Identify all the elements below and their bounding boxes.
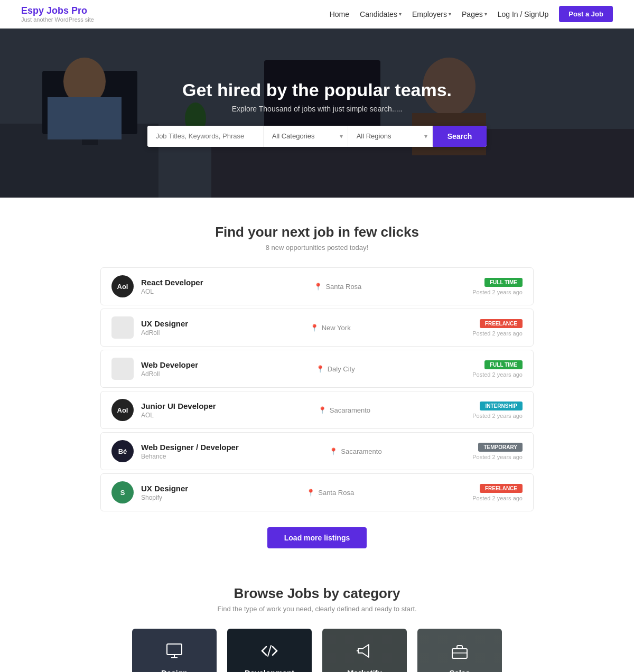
- category-name: Design: [161, 668, 188, 672]
- nav-employers[interactable]: Employers ▾: [412, 10, 451, 18]
- location-text: New York: [322, 324, 351, 332]
- job-posted: Posted 2 years ago: [472, 289, 523, 295]
- avatar: Aol: [111, 275, 134, 297]
- job-company: AdRoll: [141, 329, 188, 337]
- jobs-section: Find your next job in few clicks 8 new o…: [79, 198, 555, 559]
- region-select[interactable]: All Regions: [348, 126, 433, 146]
- table-row[interactable]: Web Developer AdRoll 📍 Daly City FULL TI…: [100, 350, 534, 388]
- table-row[interactable]: S UX Designer Shopify 📍 Santa Rosa FREEL…: [100, 473, 534, 511]
- list-item[interactable]: Development 8 Jobs: [227, 629, 312, 672]
- job-posted: Posted 2 years ago: [472, 371, 523, 378]
- location-text: Daly City: [328, 365, 355, 373]
- post-job-button[interactable]: Post a Job: [559, 6, 613, 22]
- job-info: Web Designer / Developer Behance: [141, 443, 239, 460]
- job-right: INTERNSHIP Posted 2 years ago: [472, 402, 523, 419]
- avatar: Aol: [111, 399, 134, 421]
- location-icon: 📍: [310, 324, 319, 332]
- category-content-design: Design 9 Jobs: [132, 629, 217, 672]
- job-info: Junior UI Developer AOL: [141, 402, 216, 419]
- candidates-dropdown-arrow: ▾: [399, 11, 402, 17]
- hero-subtitle: Explore Thousand of jobs with just simpl…: [232, 105, 403, 113]
- status-badge: INTERNSHIP: [480, 402, 523, 410]
- hero-section: Get hired by the popular teams. Explore …: [0, 29, 634, 198]
- region-select-wrap: All Regions: [348, 126, 433, 147]
- job-location: 📍 Daly City: [316, 365, 355, 373]
- job-location: 📍 Sacaramento: [318, 406, 370, 414]
- job-right: FULL TIME Posted 2 years ago: [472, 278, 523, 295]
- job-location: 📍 New York: [310, 324, 351, 332]
- location-icon: 📍: [306, 489, 315, 497]
- job-company: Behance: [141, 453, 239, 460]
- nav-login[interactable]: Log In / SignUp: [498, 10, 549, 18]
- monitor-icon: [165, 641, 184, 664]
- nav-candidates[interactable]: Candidates ▾: [360, 10, 402, 18]
- job-company: AdRoll: [141, 370, 198, 378]
- load-more-button[interactable]: Load more listings: [267, 527, 367, 548]
- avatar: S: [111, 481, 134, 503]
- table-row[interactable]: Bé Web Designer / Developer Behance 📍 Sa…: [100, 432, 534, 470]
- list-item[interactable]: Design 9 Jobs: [132, 629, 217, 672]
- category-grid: Design 9 Jobs Development 8 Jobs: [79, 629, 555, 672]
- pages-dropdown-arrow: ▾: [484, 11, 487, 17]
- job-posted: Posted 2 years ago: [472, 330, 523, 337]
- job-right: FREELANCE Posted 2 years ago: [472, 484, 523, 501]
- location-text: Sacaramento: [341, 447, 381, 455]
- briefcase-icon: [450, 641, 469, 664]
- job-company: Shopify: [141, 494, 188, 501]
- nav-home[interactable]: Home: [330, 10, 349, 18]
- code-icon: [260, 641, 279, 664]
- job-title: UX Designer: [141, 319, 188, 328]
- list-item[interactable]: Marketify 2 Jobs: [322, 629, 407, 672]
- location-icon: 📍: [329, 447, 338, 455]
- job-info: React Developer AOL: [141, 278, 203, 295]
- job-company: AOL: [141, 288, 203, 295]
- location-text: Santa Rosa: [325, 283, 361, 291]
- category-select-wrap: All Categories: [264, 126, 348, 147]
- keyword-input[interactable]: [147, 126, 264, 147]
- job-left: UX Designer AdRoll: [111, 316, 188, 339]
- category-content-dev: Development 8 Jobs: [227, 629, 312, 672]
- category-select[interactable]: All Categories: [264, 126, 348, 146]
- location-icon: 📍: [316, 365, 324, 373]
- job-posted: Posted 2 years ago: [472, 495, 523, 501]
- job-title: React Developer: [141, 278, 203, 287]
- table-row[interactable]: Aol React Developer AOL 📍 Santa Rosa FUL…: [100, 267, 534, 305]
- svg-marker-16: [358, 645, 369, 657]
- category-content-market: Marketify 2 Jobs: [322, 629, 407, 672]
- category-name: Sales: [449, 668, 470, 672]
- category-section: Browse Jobs by category Find the type of…: [0, 559, 634, 672]
- list-item[interactable]: Sales 2 Jobs: [417, 629, 502, 672]
- location-icon: 📍: [318, 406, 327, 414]
- job-info: Web Developer AdRoll: [141, 360, 198, 378]
- avatar: Bé: [111, 440, 134, 462]
- job-info: UX Designer Shopify: [141, 484, 188, 501]
- svg-line-15: [268, 646, 271, 656]
- job-location: 📍 Santa Rosa: [306, 489, 354, 497]
- job-posted: Posted 2 years ago: [472, 413, 523, 419]
- location-icon: 📍: [314, 283, 322, 291]
- nav-pages[interactable]: Pages ▾: [462, 10, 487, 18]
- search-bar: All Categories All Regions Search: [147, 126, 487, 147]
- category-section-subtitle: Find the type of work you need, clearly …: [21, 605, 613, 613]
- search-button[interactable]: Search: [433, 126, 487, 147]
- table-row[interactable]: UX Designer AdRoll 📍 New York FREELANCE …: [100, 309, 534, 347]
- category-content-sales: Sales 2 Jobs: [417, 629, 502, 672]
- nav-links: Home Candidates ▾ Employers ▾ Pages ▾ Lo…: [330, 6, 613, 22]
- hero-content: Get hired by the popular teams. Explore …: [0, 29, 634, 198]
- job-list: Aol React Developer AOL 📍 Santa Rosa FUL…: [100, 267, 534, 511]
- brand: Espy Jobs Pro Just another WordPress sit…: [21, 5, 94, 23]
- job-right: TEMPORARY Posted 2 years ago: [472, 443, 523, 460]
- job-right: FULL TIME Posted 2 years ago: [472, 360, 523, 378]
- job-title: Web Designer / Developer: [141, 443, 239, 452]
- category-name: Marketify: [347, 668, 382, 672]
- job-left: Aol React Developer AOL: [111, 275, 203, 297]
- status-badge: TEMPORARY: [478, 443, 523, 452]
- svg-rect-18: [452, 649, 467, 658]
- location-text: Sacaramento: [330, 406, 370, 414]
- avatar: [111, 316, 134, 339]
- brand-logo[interactable]: Espy Jobs Pro: [21, 5, 94, 16]
- table-row[interactable]: Aol Junior UI Developer AOL 📍 Sacarament…: [100, 391, 534, 429]
- jobs-section-title: Find your next job in few clicks: [100, 224, 534, 240]
- category-section-title: Browse Jobs by category: [21, 585, 613, 602]
- job-posted: Posted 2 years ago: [472, 454, 523, 460]
